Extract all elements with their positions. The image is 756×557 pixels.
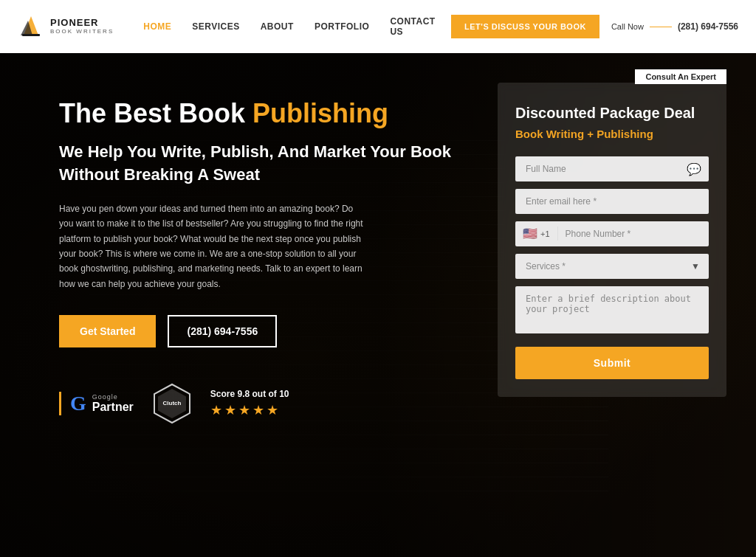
google-partner-text: Partner — [92, 401, 134, 414]
star-3: ★ — [238, 402, 250, 418]
hero-title: The Best Book Publishing — [59, 97, 483, 129]
stars-row: ★ ★ ★ ★ ★ — [210, 402, 289, 418]
hero-title-part1: The Best Book — [59, 98, 252, 128]
logo: PIONEER BOOK WRITERS — [18, 13, 114, 40]
score-area: Score 9.8 out of 10 ★ ★ ★ ★ ★ — [210, 389, 289, 418]
call-now-label: Call Now — [611, 22, 644, 31]
star-2: ★ — [224, 402, 236, 418]
nav-home[interactable]: HOME — [143, 21, 171, 32]
header: PIONEER BOOK WRITERS HOME SERVICES ABOUT… — [0, 0, 756, 53]
badges-area: G Google Partner Clutch Score 9.8 out of… — [59, 383, 483, 424]
phone-flag: 🇺🇸 +1 — [515, 226, 558, 241]
services-select[interactable]: Services * Book Writing Book Publishing … — [515, 254, 709, 279]
phone-code: +1 — [540, 229, 550, 238]
google-text: Google Partner — [92, 393, 134, 414]
phone-input[interactable] — [558, 221, 709, 246]
phone-group: 🇺🇸 +1 — [515, 221, 709, 246]
discuss-book-button[interactable]: LET'S DISCUSS YOUR BOOK — [451, 15, 599, 38]
email-input[interactable] — [515, 189, 709, 214]
services-group: Services * Book Writing Book Publishing … — [515, 254, 709, 279]
form-title: Discounted Package Deal — [515, 103, 709, 122]
score-text: Score 9.8 out of 10 — [210, 389, 289, 399]
email-group — [515, 189, 709, 214]
submit-button[interactable]: Submit — [515, 347, 709, 379]
consult-badge: Consult An Expert — [635, 69, 726, 84]
description-textarea[interactable] — [515, 286, 709, 333]
star-4: ★ — [252, 402, 264, 418]
google-partner-badge: G Google Partner — [59, 392, 134, 415]
logo-secondary: BOOK WRITERS — [50, 29, 114, 35]
star-1: ★ — [210, 402, 222, 418]
logo-primary: PIONEER — [50, 18, 114, 28]
form-subtitle: Book Writing + Publishing — [515, 127, 709, 142]
hero-title-highlight: Publishing — [252, 98, 388, 128]
clutch-badge: Clutch — [151, 383, 193, 424]
google-g-icon: G — [70, 392, 86, 415]
nav-services[interactable]: SERVICES — [192, 21, 239, 32]
services-wrapper: Services * Book Writing Book Publishing … — [515, 254, 709, 279]
clutch-hex-icon: Clutch — [151, 383, 193, 424]
logo-icon — [18, 13, 44, 40]
google-label: Google — [92, 393, 134, 401]
call-number: (281) 694-7556 — [678, 21, 738, 32]
call-divider — [650, 27, 672, 27]
get-started-button[interactable]: Get Started — [59, 315, 156, 347]
description-group — [515, 286, 709, 336]
hero-section: The Best Book Publishing We Help You Wri… — [0, 53, 756, 557]
hero-content: The Best Book Publishing We Help You Wri… — [0, 53, 756, 557]
svg-rect-2 — [22, 34, 40, 36]
hero-description: Have you pen down your ideas and turned … — [59, 201, 369, 291]
contact-form-panel: Consult An Expert Discounted Package Dea… — [498, 83, 726, 397]
hero-subtitle: We Help You Write, Publish, And Market Y… — [59, 141, 483, 187]
hero-buttons: Get Started (281) 694-7556 — [59, 315, 483, 347]
full-name-group: 💬 — [515, 156, 709, 181]
nav-contact[interactable]: CONTACT US — [390, 16, 451, 37]
flag-icon: 🇺🇸 — [523, 226, 537, 241]
phone-row: 🇺🇸 +1 — [515, 221, 709, 246]
full-name-input[interactable] — [515, 156, 709, 181]
logo-text: PIONEER BOOK WRITERS — [50, 18, 114, 35]
main-nav: HOME SERVICES ABOUT PORTFOLIO CONTACT US — [143, 16, 451, 37]
nav-portfolio[interactable]: PORTFOLIO — [315, 21, 370, 32]
phone-button[interactable]: (281) 694-7556 — [168, 315, 277, 347]
svg-text:Clutch: Clutch — [162, 400, 181, 406]
full-name-wrapper: 💬 — [515, 156, 709, 181]
chat-icon: 💬 — [687, 162, 701, 176]
call-area: Call Now (281) 694-7556 — [611, 21, 738, 32]
nav-about[interactable]: ABOUT — [261, 21, 294, 32]
star-5: ★ — [267, 402, 278, 418]
hero-left: The Best Book Publishing We Help You Wri… — [59, 83, 498, 424]
